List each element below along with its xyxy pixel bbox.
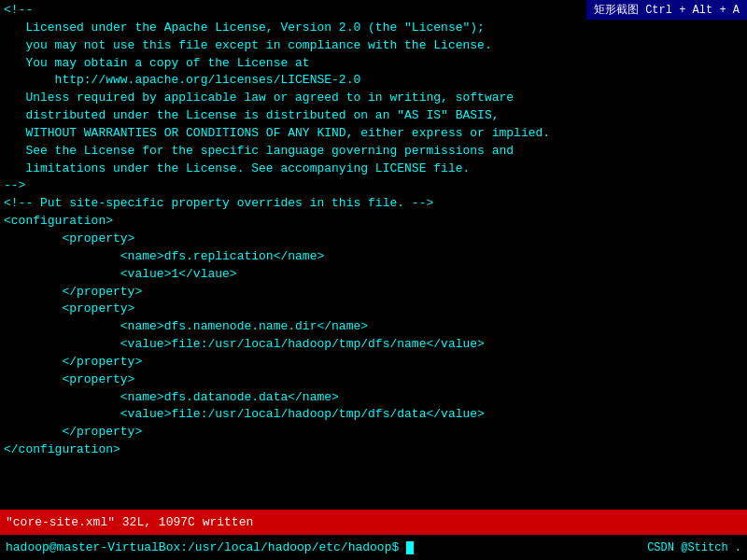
code-line: Unless required by applicable law or agr… — [4, 90, 743, 107]
terminal-prompt: hadoop@master-VirtualBox:/usr/local/hado… — [0, 535, 747, 560]
code-line: Licensed under the Apache License, Versi… — [4, 20, 743, 37]
csdn-watermark: CSDN @Stitch . — [647, 541, 741, 554]
code-line: <name>dfs.datanode.data</name> — [4, 389, 743, 407]
code-line: distributed under the License is distrib… — [4, 107, 743, 125]
code-line: --> — [4, 177, 743, 195]
code-line: http://www.apache.org/licenses/LICENSE-2… — [4, 72, 743, 90]
status-bar: "core-site.xml" 32L, 1097C written hadoo… — [0, 510, 747, 560]
code-line: </configuration> — [4, 441, 743, 459]
prompt-text: hadoop@master-VirtualBox:/usr/local/hado… — [6, 540, 414, 554]
code-line: WITHOUT WARRANTIES OR CONDITIONS OF ANY … — [4, 125, 743, 143]
code-line: <value>file:/usr/local/hadoop/tmp/dfs/da… — [4, 406, 743, 424]
code-line: See the License for the specific languag… — [4, 143, 743, 161]
code-line: You may obtain a copy of the License at — [4, 55, 743, 73]
code-line: </property> — [4, 424, 743, 441]
file-written-status: "core-site.xml" 32L, 1097C written — [0, 510, 747, 535]
code-line: <name>dfs.namenode.name.dir</name> — [4, 318, 743, 336]
code-line: limitations under the License. See accom… — [4, 161, 743, 178]
code-line: <property> — [4, 301, 743, 318]
cursor — [406, 541, 414, 554]
code-line: <property> — [4, 231, 743, 248]
code-line: <!-- Put site-specific property override… — [4, 195, 743, 213]
code-line: <configuration> — [4, 213, 743, 231]
screenshot-badge: 矩形截图 Ctrl + Alt + A — [586, 0, 747, 20]
code-line: </property> — [4, 284, 743, 301]
code-line: <property> — [4, 371, 743, 389]
editor-area: 矩形截图 Ctrl + Alt + A <!-- Licensed under … — [0, 0, 747, 560]
code-editor: <!-- Licensed under the Apache License, … — [0, 0, 747, 510]
code-line: you may not use this file except in comp… — [4, 37, 743, 55]
code-line: <name>dfs.replication</name> — [4, 248, 743, 266]
code-line: <value>1</vlaue> — [4, 266, 743, 284]
code-line: <value>file:/usr/local/hadoop/tmp/dfs/na… — [4, 336, 743, 354]
code-line: </property> — [4, 354, 743, 371]
